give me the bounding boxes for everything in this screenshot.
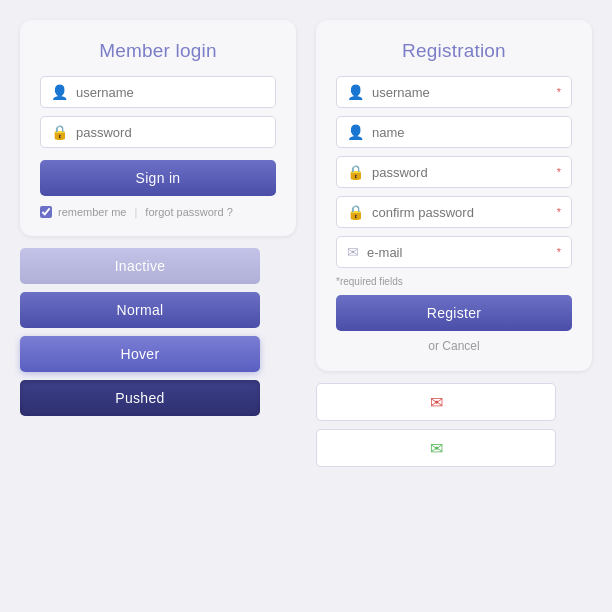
inactive-button[interactable]: Inactive — [20, 248, 260, 284]
reg-email-input[interactable] — [367, 245, 549, 260]
register-button[interactable]: Register — [336, 295, 572, 331]
reg-password-field: 🔒 * — [336, 156, 572, 188]
hover-button[interactable]: Hover — [20, 336, 260, 372]
password-field: 🔒 — [40, 116, 276, 148]
registration-card: Registration 👤 * 👤 🔒 * 🔒 * ✉ — [316, 20, 592, 371]
reg-name-icon: 👤 — [347, 124, 364, 140]
cancel-link[interactable]: or Cancel — [428, 339, 479, 353]
remember-row: remember me | forgot password ? — [40, 206, 276, 218]
reg-username-input[interactable] — [372, 85, 549, 100]
reg-username-field: 👤 * — [336, 76, 572, 108]
email-required-star: * — [557, 246, 561, 258]
left-panel: Member login 👤 🔒 Sign in remember me | f… — [20, 20, 296, 467]
right-panel: Registration 👤 * 👤 🔒 * 🔒 * ✉ — [316, 20, 592, 467]
reg-title: Registration — [336, 40, 572, 62]
green-mail-icon: ✉ — [430, 439, 443, 458]
reg-lock-icon: 🔒 — [347, 164, 364, 180]
reg-user-icon: 👤 — [347, 84, 364, 100]
remember-label: remember me — [58, 206, 126, 218]
green-mail-box: ✉ — [316, 429, 556, 467]
or-cancel: or Cancel — [336, 339, 572, 353]
username-field: 👤 — [40, 76, 276, 108]
red-mail-icon: ✉ — [430, 393, 443, 412]
pushed-button[interactable]: Pushed — [20, 380, 260, 416]
password-input[interactable] — [76, 125, 265, 140]
user-icon: 👤 — [51, 84, 68, 100]
remember-checkbox[interactable] — [40, 206, 52, 218]
signin-button[interactable]: Sign in — [40, 160, 276, 196]
reg-password-input[interactable] — [372, 165, 549, 180]
button-states: Inactive Normal Hover Pushed — [20, 248, 296, 416]
login-card: Member login 👤 🔒 Sign in remember me | f… — [20, 20, 296, 236]
icon-boxes: ✉ ✉ — [316, 383, 592, 467]
login-title: Member login — [40, 40, 276, 62]
red-mail-box: ✉ — [316, 383, 556, 421]
confirm-required-star: * — [557, 206, 561, 218]
reg-email-icon: ✉ — [347, 244, 359, 260]
lock-icon: 🔒 — [51, 124, 68, 140]
reg-confirm-icon: 🔒 — [347, 204, 364, 220]
reg-confirm-input[interactable] — [372, 205, 549, 220]
normal-button[interactable]: Normal — [20, 292, 260, 328]
main-container: Member login 👤 🔒 Sign in remember me | f… — [20, 20, 592, 467]
reg-name-input[interactable] — [372, 125, 561, 140]
reg-email-field: ✉ * — [336, 236, 572, 268]
password-required-star: * — [557, 166, 561, 178]
reg-confirm-field: 🔒 * — [336, 196, 572, 228]
forgot-password-link[interactable]: forgot password ? — [145, 206, 232, 218]
reg-name-field: 👤 — [336, 116, 572, 148]
required-note: *required fields — [336, 276, 572, 287]
separator: | — [134, 206, 137, 218]
username-input[interactable] — [76, 85, 265, 100]
username-required-star: * — [557, 86, 561, 98]
